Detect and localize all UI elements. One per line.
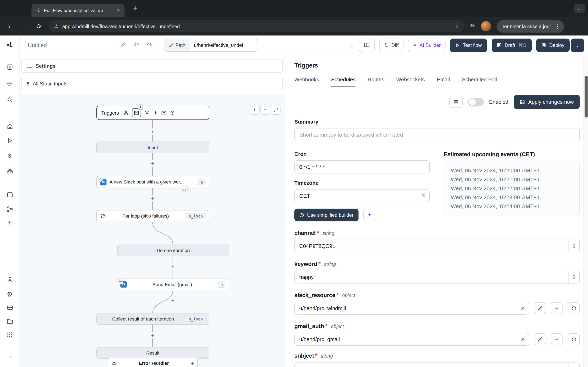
add-resource-button[interactable]: + [551, 302, 563, 314]
zoom-in-button[interactable]: + [250, 105, 259, 115]
add-error-handler-icon[interactable]: + [191, 360, 194, 366]
settings-gear-icon[interactable]: ⚙ [0, 290, 20, 298]
bookmark-star-icon[interactable]: ☆ [455, 23, 460, 30]
error-handler-node[interactable]: Error Handler + [108, 358, 198, 367]
apply-changes-button[interactable]: Apply changes now [514, 95, 580, 109]
workers-briefcase-icon[interactable] [0, 304, 20, 310]
tab-email[interactable]: Email [437, 76, 450, 87]
schedule-trigger-selected[interactable]: 1 [132, 108, 141, 117]
email-icon[interactable] [161, 110, 167, 115]
clear-resource-icon[interactable]: ✕ [521, 305, 525, 311]
add-step-button[interactable]: + [169, 263, 176, 270]
resources-hierarchy-icon[interactable] [0, 167, 20, 174]
forward-icon[interactable]: → [20, 22, 29, 30]
docs-book-button[interactable] [359, 38, 374, 52]
add-step-button[interactable]: + [169, 297, 176, 304]
refresh-resource-button[interactable] [568, 302, 580, 314]
tab-websockets[interactable]: Websockets [396, 76, 425, 87]
slack-resource-input[interactable] [294, 302, 529, 314]
runs-play-icon[interactable] [0, 138, 20, 143]
back-icon[interactable]: ← [6, 22, 15, 30]
timezone-input[interactable] [294, 189, 430, 202]
zoom-out-button[interactable]: − [260, 105, 270, 115]
browser-update-button[interactable]: Terminer la mise à jour ⋮ [497, 20, 564, 33]
edit-resource-button[interactable] [534, 302, 546, 314]
keyword-input[interactable] [295, 271, 568, 283]
site-info-icon[interactable] [53, 24, 59, 29]
webhook-icon[interactable] [123, 110, 129, 115]
apps-grid-icon[interactable] [0, 332, 20, 338]
delete-schedule-button[interactable] [449, 96, 463, 108]
clear-timezone-icon[interactable]: ✕ [421, 192, 426, 198]
more-options-kebab-icon[interactable]: ⋮ [348, 41, 354, 49]
folders-icon[interactable] [0, 318, 20, 324]
tab-scheduled-poll[interactable]: Scheduled Poll [462, 76, 497, 87]
windmill-logo-icon[interactable] [0, 41, 20, 49]
insert-variable-button[interactable]: $ [568, 240, 579, 252]
suspend-step-icon[interactable]: ▢ [181, 187, 188, 193]
variables-dollar-icon[interactable]: $ [0, 152, 20, 159]
browser-menu-icon[interactable]: ⋮ [554, 23, 561, 29]
extensions-icon[interactable] [470, 23, 476, 29]
tab-close-icon[interactable]: ✕ [116, 8, 121, 13]
routes-icon[interactable] [145, 110, 150, 115]
enabled-toggle[interactable] [468, 98, 484, 106]
browser-tab[interactable]: Edit Flow u/henri/effective_un ✕ [31, 4, 125, 17]
insert-variable-button[interactable] [568, 363, 579, 367]
refresh-resource-button[interactable] [568, 333, 580, 345]
flow-title[interactable]: Untitled [28, 42, 47, 48]
tab-search-button[interactable]: ⌄ [574, 4, 585, 13]
tab-schedules[interactable]: Schedules [331, 76, 356, 87]
cron-input[interactable] [294, 160, 430, 173]
search-icon[interactable] [0, 97, 20, 103]
deploy-button[interactable]: Deploy [536, 38, 570, 52]
triggers-node[interactable]: Triggers 1 [96, 106, 209, 120]
insert-variable-button[interactable]: $ [568, 271, 579, 283]
new-tab-button[interactable]: + [130, 3, 140, 13]
reload-icon[interactable]: ⟳ [35, 22, 43, 30]
channel-input[interactable] [295, 240, 568, 252]
tab-routes[interactable]: Routes [368, 76, 384, 87]
redo-icon[interactable]: ↷ [147, 41, 152, 49]
scheduled-poll-icon[interactable] [170, 110, 175, 115]
summary-input[interactable] [294, 128, 580, 141]
settings-row[interactable]: Settings [21, 59, 283, 73]
forloop-node[interactable]: For loop (skip failures) b_loop [96, 210, 209, 222]
clear-resource-icon[interactable]: ✕ [521, 336, 525, 342]
expand-rail-arrow-icon[interactable]: → [0, 353, 20, 359]
fit-view-button[interactable]: ⤢ [271, 105, 281, 115]
tab-webhooks[interactable]: Webhooks [294, 76, 319, 87]
scrollbar-thumb[interactable] [585, 76, 588, 118]
profile-avatar[interactable] [481, 21, 491, 31]
flows-branches-icon[interactable] [0, 206, 20, 212]
send-email-node[interactable]: TS Send Email (gmail) b [117, 279, 229, 290]
slack-step-node[interactable]: TS A new Slack post with a given wor... … [96, 176, 209, 188]
runs-list-icon[interactable] [0, 64, 20, 70]
undo-icon[interactable]: ↶ [134, 41, 139, 49]
schedules-calendar-icon[interactable] [0, 192, 20, 198]
static-inputs-row[interactable]: $ All Static Inputs [21, 77, 283, 90]
websocket-icon[interactable] [153, 110, 158, 115]
input-node[interactable]: Input [96, 142, 209, 153]
favorites-star-icon[interactable]: ☆ [0, 80, 20, 88]
address-bar[interactable]: app.windmill.dev/flows/edit/u/henri/effe… [49, 20, 464, 32]
flow-title-wrap[interactable]: Untitled [28, 42, 125, 48]
edit-resource-button[interactable] [534, 333, 546, 345]
do-one-iteration-node[interactable]: Do one iteration [117, 244, 229, 256]
test-flow-button[interactable]: Test flow [450, 38, 487, 52]
add-step-button[interactable]: + [149, 332, 156, 338]
home-icon[interactable] [0, 123, 20, 129]
add-step-button[interactable]: + [149, 195, 156, 201]
simplified-builder-button[interactable]: Use simplified builder [294, 209, 358, 221]
path-input[interactable] [190, 39, 258, 51]
gmail-auth-input[interactable] [294, 333, 529, 346]
diff-button[interactable]: Diff [379, 38, 403, 52]
path-button[interactable]: Path [164, 39, 190, 51]
flow-canvas[interactable]: + − ⤢ Triggers 1 [20, 94, 285, 367]
ai-cron-sparkles-button[interactable]: ✦ [363, 209, 376, 221]
add-step-button[interactable]: + [149, 128, 156, 135]
collect-result-node[interactable]: Collect result of each iteration b_loop [96, 313, 209, 325]
ai-builder-button[interactable]: ✦ AI Builder [408, 38, 445, 52]
subject-input[interactable] [295, 363, 568, 367]
draft-button[interactable]: Draft ⌘S [492, 38, 531, 52]
